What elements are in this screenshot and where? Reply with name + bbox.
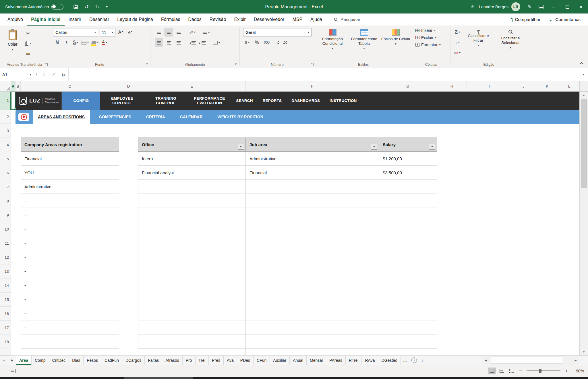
office-cell[interactable] — [138, 222, 245, 236]
areas-cell[interactable]: - — [21, 334, 119, 349]
job-area-cell[interactable] — [246, 264, 379, 278]
row-header[interactable]: 2 — [0, 110, 11, 124]
decrease-decimal-button[interactable]: .00→ — [282, 38, 291, 47]
salary-cell[interactable] — [379, 250, 437, 264]
sheet-tab[interactable]: CFun — [254, 356, 270, 365]
sheet-tab[interactable]: Anual — [290, 356, 307, 365]
salary-cell[interactable] — [379, 349, 437, 355]
salary-header[interactable]: Salary ▼ — [379, 138, 437, 152]
column-header[interactable]: K — [535, 81, 559, 91]
ribbon-tab[interactable]: Fórmulas — [157, 13, 184, 26]
row-header[interactable]: 14 — [0, 279, 11, 293]
job-area-cell[interactable] — [246, 306, 379, 320]
sheet-canvas[interactable]: LUZ Planilhas Empresariais CONFIGEMPLOYE… — [11, 92, 579, 355]
row-header[interactable]: 11 — [0, 236, 11, 250]
sheet-tab[interactable]: Comp — [32, 356, 49, 365]
scroll-left-button[interactable]: ◀ — [482, 356, 490, 365]
vertical-scrollbar[interactable]: ▲ ▼ — [579, 92, 588, 355]
salary-cell[interactable] — [379, 194, 437, 208]
ribbon-tab[interactable]: Dados — [184, 13, 206, 26]
job-area-filter-button[interactable]: ▼ — [371, 144, 377, 150]
ribbon-tab[interactable]: Desenvolvedor — [250, 13, 289, 26]
name-box[interactable]: A1 ▾ — [0, 68, 34, 81]
merge-center-button[interactable]: ↔▾ — [212, 39, 221, 47]
office-cell[interactable] — [138, 349, 245, 355]
row-header[interactable]: 1 — [0, 92, 11, 110]
row-header[interactable]: 15 — [0, 293, 11, 307]
select-all-button[interactable] — [0, 81, 11, 91]
zoom-level[interactable]: 90% — [571, 369, 584, 373]
horizontal-scrollbar-track[interactable] — [490, 356, 572, 365]
zoom-out-button[interactable]: − — [517, 368, 524, 374]
page-layout-view-button[interactable] — [498, 368, 506, 374]
page-break-view-button[interactable] — [508, 368, 516, 374]
align-right-button[interactable] — [175, 39, 183, 47]
vertical-scrollbar-thumb[interactable] — [581, 99, 587, 188]
sheet-tab[interactable]: DGestão — [378, 356, 401, 365]
font-color-button[interactable]: A▾ — [100, 38, 109, 47]
clipboard-dialog-launcher[interactable] — [45, 63, 48, 66]
job-area-cell[interactable] — [246, 278, 379, 292]
qat-customize-button[interactable]: ▾ — [103, 2, 110, 12]
sheet-tab[interactable]: Pesos — [84, 356, 101, 365]
sheet-tab[interactable]: PAreas — [326, 356, 346, 365]
sheet-scroll-right-button[interactable]: ▶ — [8, 356, 16, 365]
office-cell[interactable]: Intern — [138, 152, 245, 166]
sheet-scroll-left-button[interactable]: ◀ — [0, 356, 8, 365]
areas-cell[interactable] — [21, 349, 119, 355]
ribbon-tab[interactable]: MSP — [288, 13, 306, 26]
column-header[interactable]: J — [512, 81, 535, 91]
pen-icon[interactable]: ✎ — [524, 1, 535, 13]
percent-button[interactable]: % — [253, 38, 261, 47]
undo-button[interactable]: ↺ — [82, 2, 91, 12]
column-header[interactable]: E — [138, 81, 246, 91]
redo-button[interactable]: ↻ — [92, 2, 102, 12]
format-painter-button[interactable] — [24, 50, 32, 58]
underline-button[interactable]: S▾ — [71, 38, 80, 47]
column-header[interactable]: C — [21, 81, 119, 91]
column-header[interactable]: F — [246, 81, 379, 91]
wrap-text-button[interactable]: ↩ — [202, 28, 211, 36]
job-area-cell[interactable]: Administrative — [246, 152, 379, 166]
delete-cells-button[interactable]: Excluir▾ — [415, 35, 450, 40]
office-cell[interactable] — [138, 236, 245, 250]
salary-filter-button[interactable]: ▼ — [429, 144, 435, 150]
job-area-cell[interactable] — [246, 334, 379, 349]
ribbon-display-options-icon[interactable] — [535, 1, 547, 13]
collapse-ribbon-button[interactable] — [580, 62, 583, 66]
workbook-nav-item[interactable]: TRANNING CONTROL — [144, 92, 187, 110]
office-cell[interactable] — [138, 250, 245, 264]
conditional-formatting-button[interactable]: Formatação Condicional ▾ — [317, 28, 348, 50]
alert-icon[interactable]: ⚠ — [467, 1, 478, 13]
confirm-entry-button[interactable]: ✓ — [49, 68, 59, 81]
column-header[interactable]: A — [11, 81, 16, 91]
salary-cell[interactable] — [379, 292, 437, 306]
scroll-down-button[interactable]: ▼ — [580, 349, 588, 355]
job-area-cell[interactable] — [246, 250, 379, 264]
sheet-tab[interactable]: Pres — [209, 356, 224, 365]
office-filter-button[interactable]: ▼ — [238, 144, 244, 150]
ribbon-tab[interactable]: Página Inicial — [27, 13, 64, 26]
row-header[interactable]: 9 — [0, 208, 11, 222]
horizontal-scrollbar-thumb[interactable] — [491, 357, 563, 364]
salary-cell[interactable]: $1.200,00 — [379, 152, 437, 166]
job-area-cell[interactable] — [246, 349, 379, 355]
sheet-tabs-overflow[interactable]: ... — [401, 356, 409, 365]
selected-cell-a1[interactable] — [11, 92, 16, 110]
areas-cell[interactable]: - — [21, 264, 119, 278]
sheet-tab[interactable]: CadFun — [101, 356, 122, 365]
sheet-tab[interactable]: Pro — [183, 356, 196, 365]
save-button[interactable] — [71, 2, 80, 12]
expand-formula-bar-button[interactable]: ▾ — [579, 68, 588, 81]
ribbon-tab[interactable]: Desenhar — [85, 13, 113, 26]
workbook-nav-item[interactable]: CONFIG — [62, 92, 100, 110]
ribbon-tab[interactable]: Layout da Página — [113, 13, 157, 26]
sheet-tab[interactable]: Ava — [224, 356, 237, 365]
ribbon-tab[interactable]: Ajuda — [306, 13, 326, 26]
search-box[interactable]: Pesquisar — [334, 13, 360, 26]
font-dialog-launcher[interactable] — [146, 63, 149, 66]
office-cell[interactable] — [138, 306, 245, 320]
salary-cell[interactable] — [379, 208, 437, 222]
areas-cell[interactable]: - — [21, 292, 119, 306]
bold-button[interactable]: N — [53, 38, 61, 47]
